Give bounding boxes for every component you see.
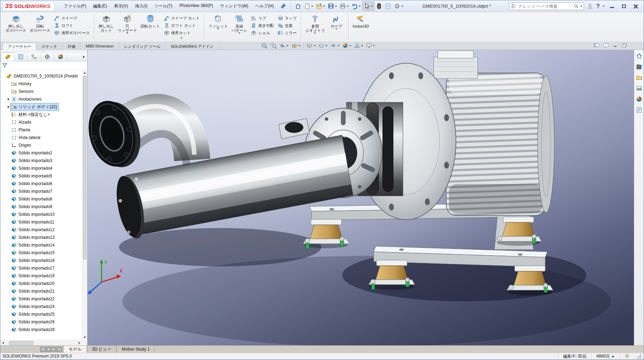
- vertical-scroll-thumb[interactable]: [83, 76, 87, 259]
- curve-dropdown-icon[interactable]: [335, 28, 337, 30]
- expand-arrow-icon[interactable]: [8, 98, 9, 101]
- tree-item[interactable]: Sólido importado10: [0, 211, 82, 218]
- minimize-button[interactable]: [607, 3, 616, 10]
- search-input[interactable]: [517, 3, 572, 9]
- doc-restore-button[interactable]: [622, 43, 628, 49]
- tree-item[interactable]: Alzado: [0, 118, 82, 126]
- help-dropdown-icon[interactable]: [602, 6, 605, 7]
- panel-tab-propertymanager[interactable]: [14, 52, 28, 61]
- section-view-button[interactable]: [290, 42, 301, 49]
- bottom-tab-2[interactable]: Motion Study 1: [117, 346, 155, 353]
- display-style-button[interactable]: [317, 42, 328, 49]
- dropdown-caret-icon[interactable]: [314, 45, 316, 46]
- previous-view-button[interactable]: [278, 42, 289, 49]
- expand-arrow-icon[interactable]: [8, 105, 9, 108]
- fillet-dropdown-icon[interactable]: [217, 28, 219, 30]
- tree-item[interactable]: Sólido importado5: [0, 172, 82, 180]
- zoom-area-button[interactable]: [269, 42, 277, 49]
- tree-filter-row[interactable]: [0, 61, 87, 70]
- extrude-boss-button[interactable]: 押し出し ボス/ベース: [4, 13, 28, 41]
- open-button[interactable]: [315, 2, 326, 10]
- menu-item-1[interactable]: 編集(E): [90, 1, 110, 11]
- reference-geometry-button[interactable]: 参照 ジオメトリ: [304, 13, 326, 41]
- tree-item[interactable]: 材料 <指定なし>: [0, 111, 82, 118]
- loft-button[interactable]: ロフト: [52, 22, 91, 29]
- draft-button[interactable]: 抜き勾配: [249, 22, 275, 29]
- dropdown-caret-icon[interactable]: [325, 45, 328, 46]
- ribbon-tab-5[interactable]: SOLIDWORKS アドイン: [166, 43, 219, 50]
- bottom-tab-0[interactable]: モデル: [63, 346, 87, 353]
- rebuild-button[interactable]: [375, 2, 383, 10]
- custom-properties-button[interactable]: [636, 107, 642, 115]
- tree-item[interactable]: Sólido importado12: [0, 226, 82, 234]
- wrap-button[interactable]: ラップ: [276, 15, 298, 22]
- dropdown-caret-icon[interactable]: [349, 45, 351, 46]
- graphics-area[interactable]: Y X Z: [88, 50, 634, 345]
- dropdown-caret-icon[interactable]: [337, 45, 339, 46]
- options-list-button[interactable]: [384, 2, 392, 10]
- curve-button[interactable]: カーブ: [327, 13, 345, 41]
- tree-horizontal-scrollbar[interactable]: [0, 340, 82, 345]
- appearances-button[interactable]: [636, 96, 642, 104]
- print-button[interactable]: [338, 2, 350, 10]
- tree-item[interactable]: Sólido importado24: [0, 303, 82, 310]
- search-icon[interactable]: [574, 3, 579, 9]
- search-dropdown-icon[interactable]: [580, 6, 582, 7]
- doc-nav-1-button[interactable]: ◀: [46, 347, 51, 352]
- tree-item[interactable]: Sólido importado28: [0, 326, 82, 333]
- panel-tab-dimxpertmanager[interactable]: [41, 52, 54, 61]
- revolve-boss-button[interactable]: 回転 ボス/ベース: [28, 13, 52, 41]
- ribbon-tab-1[interactable]: スケッチ: [36, 43, 62, 50]
- tree-item[interactable]: Sólido importado25: [0, 310, 82, 318]
- tree-item[interactable]: Sólido importado4: [0, 164, 82, 172]
- linear-pattern-button[interactable]: 直線 パターン: [230, 13, 249, 41]
- panel-tab-displaymanager[interactable]: [54, 52, 67, 61]
- tree-item[interactable]: Sólido importado2: [0, 149, 82, 157]
- reference-geometry-dropdown-icon[interactable]: [314, 32, 316, 34]
- boundary-cut-button[interactable]: 境界カット: [162, 29, 201, 36]
- login-person-icon[interactable]: [587, 3, 593, 9]
- dropdown-caret-icon[interactable]: [371, 6, 373, 7]
- linear-pattern-dropdown-icon[interactable]: [238, 32, 240, 34]
- panel-tab-configurationmanager[interactable]: [28, 52, 41, 61]
- tree-item[interactable]: Sólido importado11: [0, 218, 82, 226]
- ribbon-tab-0[interactable]: フィーチャー: [2, 43, 36, 50]
- ribbon-tab-4[interactable]: レンダリング ツール: [119, 43, 166, 50]
- apply-scene-button[interactable]: [353, 42, 364, 49]
- dropdown-caret-icon[interactable]: [373, 45, 375, 46]
- scroll-down-icon[interactable]: [82, 335, 87, 340]
- tree-item[interactable]: Sólido importado14: [0, 241, 82, 249]
- horizontal-scroll-thumb[interactable]: [9, 341, 33, 345]
- close-button[interactable]: [631, 3, 640, 10]
- tree-item[interactable]: Sólido importado17: [0, 264, 82, 272]
- instant3d-button[interactable]: Instant3D: [351, 13, 370, 41]
- tree-item[interactable]: Origen: [0, 141, 82, 149]
- tree-item[interactable]: GME001700_5_10092014 (Predet: [0, 72, 82, 80]
- mirror-button[interactable]: ミラー: [276, 29, 298, 36]
- menu-item-3[interactable]: 挿入(I): [132, 1, 150, 11]
- pane-split-button[interactable]: [603, 43, 609, 49]
- design-library-button[interactable]: [636, 64, 642, 71]
- doc-minimize-button[interactable]: [612, 43, 618, 49]
- hole-wizard-button[interactable]: 穴 ウィザード: [116, 13, 138, 41]
- extrude-cut-button[interactable]: 押し出し カット: [97, 13, 115, 41]
- view-settings-button[interactable]: [365, 42, 376, 49]
- tree-item[interactable]: Sólido importado9: [0, 203, 82, 211]
- tree-vertical-scrollbar[interactable]: [82, 70, 87, 340]
- doc-nav-2-button[interactable]: ▶: [51, 347, 57, 352]
- help-button[interactable]: ?: [596, 3, 600, 9]
- menu-item-0[interactable]: ファイル(F): [61, 1, 89, 11]
- dropdown-caret-icon[interactable]: [298, 45, 300, 46]
- tree-item[interactable]: History: [0, 80, 82, 88]
- menu-item-7[interactable]: ヘルプ(H): [252, 1, 277, 11]
- dropdown-caret-icon[interactable]: [323, 6, 325, 7]
- sweep-button[interactable]: スイープ: [52, 15, 91, 22]
- ribbon-tab-2[interactable]: 評価: [62, 43, 81, 50]
- settings-gear-button[interactable]: [393, 2, 404, 10]
- tree-item[interactable]: Sólido importado13: [0, 234, 82, 241]
- tree-item[interactable]: Sólido importado8: [0, 195, 82, 203]
- dropdown-caret-icon[interactable]: [335, 6, 337, 7]
- dropdown-caret-icon[interactable]: [401, 6, 403, 7]
- tree-item[interactable]: Planta: [0, 126, 82, 134]
- units-selector[interactable]: MMGS: [591, 353, 619, 359]
